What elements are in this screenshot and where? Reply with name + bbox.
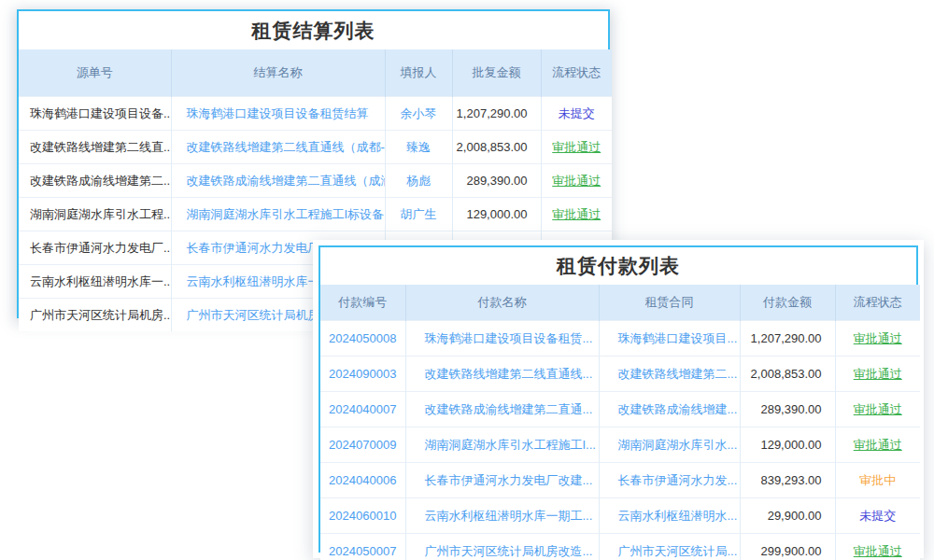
cell-source-no: 湖南洞庭湖水库引水工程... [19, 198, 171, 231]
col-header-source-no: 源单号 [19, 49, 171, 97]
table-row: 湖南洞庭湖水库引水工程... 湖南洞庭湖水库引水工程施工I标设备... 胡广生 … [19, 198, 612, 231]
cell-amount: 129,000.00 [452, 198, 541, 231]
cell-lease-contract-link[interactable]: 广州市天河区统计局... [599, 534, 740, 560]
cell-settlement-name-link[interactable]: 珠海鹤港口建设项目设备租赁结算 [171, 97, 385, 131]
table-row: 2024040006 长春市伊通河水力发电厂改建... 长春市伊通河水力发...… [320, 463, 920, 498]
cell-amount: 2,008,853.00 [740, 357, 835, 392]
settlement-list-title: 租赁结算列表 [19, 11, 608, 49]
cell-lease-contract-link[interactable]: 长春市伊通河水力发... [599, 463, 740, 498]
table-row: 珠海鹤港口建设项目设备... 珠海鹤港口建设项目设备租赁结算 余小琴 1,207… [19, 97, 612, 131]
cell-amount: 1,207,290.00 [452, 97, 541, 131]
cell-lease-contract-link[interactable]: 改建铁路线增建第二... [599, 357, 740, 392]
col-header-payment-no: 付款编号 [320, 285, 405, 321]
payment-table: 付款编号 付款名称 租赁合同 付款金额 流程状态 2024050008 珠海鹤港… [320, 285, 920, 560]
cell-payment-name-link[interactable]: 改建铁路线增建第二线直通线... [405, 357, 599, 392]
settlement-header-row: 源单号 结算名称 填报人 批复金额 流程状态 [19, 49, 612, 97]
cell-flow-status[interactable]: 审批通过 [541, 164, 612, 198]
table-row: 2024070009 湖南洞庭湖水库引水工程施工I... 湖南洞庭湖水库引水..… [320, 427, 920, 463]
cell-payment-name-link[interactable]: 云南水利枢纽潜明水库一期工... [405, 498, 599, 534]
cell-flow-status[interactable]: 审批通过 [835, 321, 920, 357]
cell-settlement-name-link[interactable]: 改建铁路成渝线增建第二直通线（成渝... [171, 164, 385, 198]
table-row: 改建铁路线增建第二线直... 改建铁路线增建第二线直通线（成都-... 臻逸 2… [19, 131, 612, 164]
col-header-payment-amount: 付款金额 [740, 285, 835, 321]
table-row: 2024060010 云南水利枢纽潜明水库一期工... 云南水利枢纽潜明水...… [320, 498, 920, 534]
cell-payment-no-link[interactable]: 2024040007 [320, 392, 405, 427]
cell-amount: 1,207,290.00 [740, 321, 835, 357]
cell-flow-status[interactable]: 审批通过 [541, 131, 612, 164]
cell-reporter[interactable]: 余小琴 [385, 97, 452, 131]
cell-amount: 289,390.00 [740, 392, 835, 427]
cell-source-no: 云南水利枢纽潜明水库一... [19, 265, 171, 299]
cell-amount: 29,900.00 [740, 498, 835, 534]
cell-amount: 129,000.00 [740, 427, 835, 463]
cell-source-no: 改建铁路成渝线增建第二... [19, 164, 171, 198]
table-row: 改建铁路成渝线增建第二... 改建铁路成渝线增建第二直通线（成渝... 杨彪 2… [19, 164, 612, 198]
cell-payment-no-link[interactable]: 2024040006 [320, 463, 405, 498]
col-header-payment-name: 付款名称 [405, 285, 599, 321]
cell-payment-name-link[interactable]: 湖南洞庭湖水库引水工程施工I... [405, 427, 599, 463]
cell-payment-name-link[interactable]: 广州市天河区统计局机房改造... [405, 534, 599, 560]
col-header-flow-status: 流程状态 [835, 285, 920, 321]
cell-flow-status[interactable]: 审批通过 [835, 357, 920, 392]
cell-reporter[interactable]: 臻逸 [385, 131, 452, 164]
col-header-reporter: 填报人 [385, 49, 452, 97]
payment-list-title: 租赁付款列表 [320, 247, 916, 285]
cell-payment-name-link[interactable]: 珠海鹤港口建设项目设备租赁... [405, 321, 599, 357]
cell-lease-contract-link[interactable]: 改建铁路成渝线增建... [599, 392, 740, 427]
cell-payment-no-link[interactable]: 2024090003 [320, 357, 405, 392]
table-row: 2024050007 广州市天河区统计局机房改造... 广州市天河区统计局...… [320, 534, 920, 560]
cell-flow-status[interactable]: 审批通过 [541, 198, 612, 231]
cell-flow-status: 未提交 [835, 498, 920, 534]
cell-payment-no-link[interactable]: 2024060010 [320, 498, 405, 534]
payment-list-window: 租赁付款列表 付款编号 付款名称 租赁合同 付款金额 流程状态 20240500… [318, 245, 918, 553]
cell-amount: 2,008,853.00 [452, 131, 541, 164]
cell-payment-no-link[interactable]: 2024050008 [320, 321, 405, 357]
col-header-approved-amount: 批复金额 [452, 49, 541, 97]
cell-reporter[interactable]: 杨彪 [385, 164, 452, 198]
cell-amount: 839,293.00 [740, 463, 835, 498]
table-row: 2024090003 改建铁路线增建第二线直通线... 改建铁路线增建第二...… [320, 357, 920, 392]
cell-source-no: 珠海鹤港口建设项目设备... [19, 97, 171, 131]
cell-flow-status[interactable]: 审批通过 [835, 427, 920, 463]
cell-payment-no-link[interactable]: 2024050007 [320, 534, 405, 560]
col-header-lease-contract: 租赁合同 [599, 285, 740, 321]
cell-flow-status[interactable]: 审批通过 [835, 392, 920, 427]
cell-source-no: 长春市伊通河水力发电厂... [19, 231, 171, 265]
cell-lease-contract-link[interactable]: 湖南洞庭湖水库引水... [599, 427, 740, 463]
cell-settlement-name-link[interactable]: 改建铁路线增建第二线直通线（成都-... [171, 131, 385, 164]
payment-header-row: 付款编号 付款名称 租赁合同 付款金额 流程状态 [320, 285, 920, 321]
cell-amount: 289,390.00 [452, 164, 541, 198]
col-header-flow-status: 流程状态 [541, 49, 612, 97]
cell-source-no: 改建铁路线增建第二线直... [19, 131, 171, 164]
cell-lease-contract-link[interactable]: 云南水利枢纽潜明水... [599, 498, 740, 534]
cell-flow-status[interactable]: 审批通过 [835, 534, 920, 560]
cell-payment-name-link[interactable]: 长春市伊通河水力发电厂改建... [405, 463, 599, 498]
col-header-settlement-name: 结算名称 [171, 49, 385, 97]
table-row: 2024050008 珠海鹤港口建设项目设备租赁... 珠海鹤港口建设项目...… [320, 321, 920, 357]
cell-amount: 299,900.00 [740, 534, 835, 560]
cell-payment-no-link[interactable]: 2024070009 [320, 427, 405, 463]
cell-reporter[interactable]: 胡广生 [385, 198, 452, 231]
cell-flow-status: 审批中 [835, 463, 920, 498]
table-row: 2024040007 改建铁路成渝线增建第二直通... 改建铁路成渝线增建...… [320, 392, 920, 427]
cell-source-no: 广州市天河区统计局机房... [19, 299, 171, 332]
cell-flow-status: 未提交 [541, 97, 612, 131]
cell-payment-name-link[interactable]: 改建铁路成渝线增建第二直通... [405, 392, 599, 427]
cell-settlement-name-link[interactable]: 湖南洞庭湖水库引水工程施工I标设备... [171, 198, 385, 231]
cell-lease-contract-link[interactable]: 珠海鹤港口建设项目... [599, 321, 740, 357]
